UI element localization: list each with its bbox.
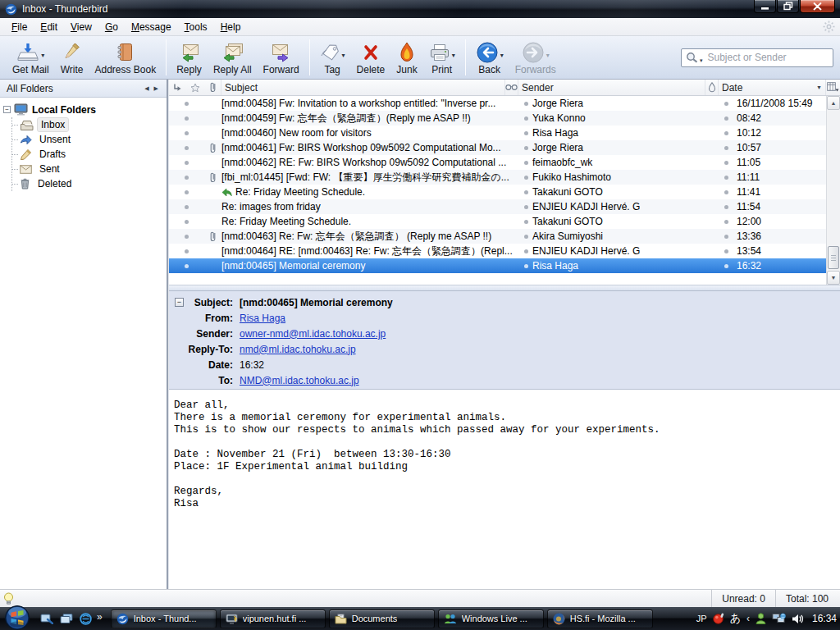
volume-icon[interactable] — [792, 614, 804, 624]
menu-edit[interactable]: Edit — [34, 19, 64, 35]
tray-ime-mode[interactable]: あ — [730, 611, 741, 626]
read-indicator — [519, 146, 532, 150]
thread-row[interactable]: [fbi_ml:01445] [Fwd: FW: 【重要】厚生労働科学研究費補助… — [169, 170, 826, 185]
menu-message[interactable]: Message — [125, 19, 178, 35]
thread-row[interactable]: [nmd:00464] RE: [nmd:00463] Re: Fw: 忘年会（… — [169, 244, 826, 258]
thread-row[interactable]: [nmd:00465] Memorial ceremonyRisa Haga16… — [169, 258, 826, 273]
get-mail-dropdown-icon[interactable]: ▾ — [41, 52, 44, 59]
scroll-up-button[interactable]: ▲ — [827, 96, 840, 110]
taskbar-button-windows-live[interactable]: Windows Live ... — [438, 609, 544, 628]
collapse-headers-button[interactable]: − — [175, 298, 184, 307]
menu-help[interactable]: Help — [214, 19, 248, 35]
taskbar-button-documents[interactable]: Documents — [329, 609, 435, 628]
header-field-value[interactable]: owner-nmd@ml.idac.tohoku.ac.jp — [240, 328, 386, 340]
forward-button[interactable]: Forward — [258, 39, 304, 76]
switch-windows-icon[interactable] — [60, 613, 73, 624]
sidebar-item-inbox[interactable]: Inbox — [12, 117, 167, 132]
reply-all-button[interactable]: Reply All — [208, 39, 257, 76]
minimize-button[interactable] — [754, 0, 776, 13]
reply-button[interactable]: Reply — [171, 39, 207, 76]
ime-status-icon[interactable] — [713, 613, 724, 624]
forwards-dropdown-icon[interactable]: ▾ — [546, 52, 550, 59]
collapse-twisty[interactable]: − — [3, 106, 11, 113]
sidebar-item-unsent[interactable]: Unsent — [12, 132, 167, 147]
documents-icon — [335, 614, 347, 624]
show-desktop-icon — [40, 613, 53, 624]
menu-file[interactable]: File — [5, 19, 34, 35]
tag-dropdown-icon[interactable]: ▾ — [342, 52, 345, 59]
thread-row[interactable]: [nmd:00459] Fw: 忘年会（緊急調査）(Reply me ASAP … — [169, 111, 826, 126]
taskbar-button-inbox-thund[interactable]: Inbox - Thund... — [111, 609, 217, 628]
thread-row[interactable]: [nmd:00461] Fw: BIRS Workshop 09w5092 Co… — [169, 140, 826, 155]
junk-button[interactable]: Junk — [391, 39, 422, 76]
messenger-icon[interactable] — [756, 613, 766, 624]
date-cell: 16/11/2008 15:49 — [733, 98, 826, 109]
address-book-button[interactable]: Address Book — [89, 39, 161, 76]
unread-indicator — [169, 249, 203, 253]
search-input[interactable]: ▾ Subject or Sender — [681, 48, 833, 67]
pane-splitter[interactable] — [169, 285, 840, 291]
forwards-button[interactable]: ▾Forwards — [510, 39, 561, 76]
column-header-icons[interactable] — [169, 80, 221, 95]
delete-button[interactable]: Delete — [352, 39, 390, 76]
sidebar-item-deleted[interactable]: Deleted — [12, 176, 167, 191]
start-button[interactable] — [4, 605, 30, 630]
unread-indicator — [169, 116, 203, 121]
thread-row[interactable]: [nmd:00462] RE: Fw: BIRS Workshop 09w509… — [169, 155, 826, 170]
scroll-down-button[interactable]: ▼ — [827, 271, 840, 285]
header-field-value[interactable]: nmd@ml.idac.tohoku.ac.jp — [240, 344, 356, 355]
subject-cell: [nmd:00460] New room for visitors — [221, 127, 519, 139]
toolbar-button-label: Junk — [396, 64, 417, 75]
column-header-subject[interactable]: Subject — [221, 80, 505, 95]
thread-row[interactable]: Re: Friday Meeting Schedule.Takakuni GOT… — [169, 185, 826, 199]
thread-row[interactable]: [nmd:00460] New room for visitorsRisa Ha… — [169, 126, 826, 140]
show-desktop-icon[interactable] — [40, 613, 53, 624]
header-field-value: [nmd:00465] Memorial ceremony — [240, 297, 393, 308]
back-button[interactable]: ▾Back — [471, 39, 509, 76]
tray-collapse-chevron[interactable]: ‹ — [746, 613, 750, 624]
print-dropdown-icon[interactable]: ▾ — [452, 52, 455, 59]
thread-row[interactable]: Re: images from fridayENJIEU KADJI Hervé… — [169, 199, 826, 214]
ie-icon[interactable] — [80, 613, 92, 625]
pane-cycle-arrows[interactable]: ◀ ▶ — [144, 85, 160, 92]
taskbar-button-vipunen-hut-fi[interactable]: vipunen.hut.fi ... — [220, 609, 326, 628]
scrollbar-thumb[interactable] — [828, 246, 839, 269]
tray-language[interactable]: JP — [696, 614, 707, 623]
thread-row[interactable]: [nmd:00463] Re: Fw: 忘年会（緊急調査） (Reply me … — [169, 229, 826, 244]
junk-indicator — [719, 190, 733, 194]
menu-view[interactable]: View — [64, 19, 98, 35]
menu-tools[interactable]: Tools — [178, 19, 214, 35]
sidebar-item-local-folders[interactable]: − Local Folders — [3, 102, 167, 117]
unread-dot — [185, 220, 189, 224]
print-button[interactable]: ▾Print — [424, 39, 460, 76]
thread-row[interactable]: [nmd:00458] Fw: Invitation to a workshop… — [169, 96, 826, 111]
taskbar-button-hs-fi-mozilla[interactable]: HS.fi - Mozilla ... — [547, 609, 653, 628]
tree-line — [12, 184, 18, 185]
menu-go[interactable]: Go — [98, 19, 125, 35]
back-dropdown-icon[interactable]: ▾ — [500, 52, 504, 59]
restore-button[interactable] — [777, 0, 799, 13]
column-header-read[interactable] — [505, 80, 518, 95]
header-field-value[interactable]: NMD@ml.idac.tohoku.ac.jp — [240, 375, 359, 386]
tag-button[interactable]: ▾Tag — [315, 39, 350, 76]
close-button[interactable] — [800, 0, 835, 13]
thread-row[interactable]: Re: Friday Meeting Schedule.Takakuni GOT… — [169, 214, 826, 229]
column-header-sender[interactable]: Sender — [518, 80, 705, 95]
read-indicator — [519, 205, 532, 209]
column-header-date[interactable]: Date ▼ — [719, 80, 826, 95]
column-header-junk[interactable] — [705, 80, 719, 95]
unread-dot — [185, 190, 189, 194]
sidebar-item-sent[interactable]: Sent — [12, 162, 167, 176]
get-mail-button[interactable]: ▾Get Mail — [7, 39, 54, 76]
unread-indicator — [169, 190, 203, 194]
write-button[interactable]: Write — [56, 39, 89, 76]
thread-scrollbar[interactable]: ▲ ▼ — [826, 96, 840, 285]
read-dot — [524, 190, 528, 194]
quick-launch-overflow[interactable]: » — [97, 611, 103, 623]
column-picker-button[interactable] — [826, 80, 840, 95]
network-icon[interactable] — [772, 613, 786, 624]
header-field-value: 16:32 — [240, 359, 264, 371]
header-field-value[interactable]: Risa Haga — [240, 313, 285, 324]
sidebar-item-drafts[interactable]: Drafts — [12, 147, 167, 162]
search-dropdown-icon[interactable]: ▾ — [700, 57, 703, 64]
